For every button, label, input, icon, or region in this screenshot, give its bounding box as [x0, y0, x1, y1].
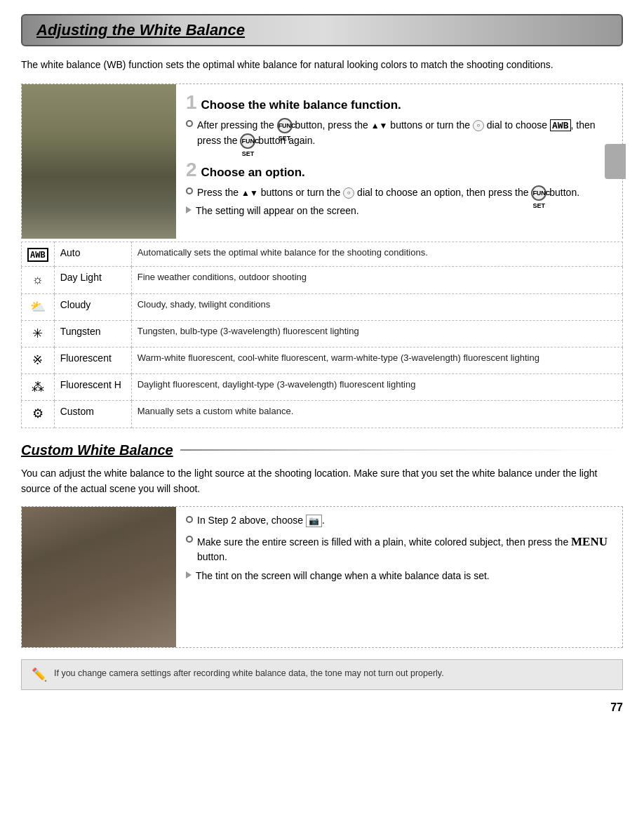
- wb-icon-cell: ⚙: [22, 401, 55, 428]
- func-btn-2: FUNCSET: [240, 133, 255, 149]
- step-2-bullet-2: The setting will appear on the screen.: [186, 204, 612, 218]
- steps-content: 1 Choose the white balance function. Aft…: [176, 84, 622, 239]
- wb-icon-cell: ✳: [22, 320, 55, 347]
- wb-desc-cell: Tungsten, bulb-type (3-wavelength) fluor…: [131, 320, 622, 347]
- step-2-bullet-1: Press the ▲▼ buttons or turn the ○ dial …: [186, 185, 612, 201]
- dial-icon-2: ○: [343, 187, 354, 199]
- wb-name-cell: Day Light: [54, 267, 131, 293]
- wb-name-cell: Fluorescent H: [54, 374, 131, 401]
- wb-name-cell: Tungsten: [54, 320, 131, 347]
- note-text: If you change camera settings after reco…: [54, 667, 444, 680]
- custom-camera-image: [22, 507, 176, 647]
- step-2-title: Choose an option.: [201, 166, 305, 180]
- wb-desc-cell: Warm-white fluorescent, cool-white fluor…: [131, 347, 622, 373]
- wb-table-row: ✳TungstenTungsten, bulb-type (3-waveleng…: [22, 320, 623, 347]
- bullet-circle-icon: [186, 120, 193, 127]
- wb-table-row: ☼Day LightFine weather conditions, outdo…: [22, 267, 623, 293]
- custom-bullet-2-icon: [186, 536, 193, 543]
- page-title: Adjusting the White Balance: [36, 21, 608, 39]
- dial-icon: ○: [473, 120, 484, 131]
- wb-table-row: ⁂Fluorescent HDaylight fluorescent, dayl…: [22, 374, 623, 401]
- pencil-icon: ✏️: [32, 667, 47, 682]
- bullet-arrow-icon: [186, 206, 192, 213]
- custom-wb-section: Custom White Balance You can adjust the …: [21, 442, 623, 649]
- awb-icon: AWB: [550, 119, 570, 131]
- intro-text: The white balance (WB) function sets the…: [21, 58, 623, 72]
- custom-steps-section: In Step 2 above, choose 📷. Make sure the…: [21, 506, 623, 648]
- wb-name-cell: Custom: [54, 401, 131, 428]
- custom-wb-intro: You can adjust the white balance to the …: [21, 465, 623, 497]
- wb-table-row: AWBAutoAutomatically sets the optimal wh…: [22, 242, 623, 267]
- step-1-number: 1: [186, 91, 197, 114]
- ud-arrows: ▲▼: [371, 121, 388, 131]
- note-box: ✏️ If you change camera settings after r…: [21, 659, 623, 690]
- step-2: 2 Choose an option. Press the ▲▼ buttons…: [186, 159, 612, 218]
- steps-section: 1 Choose the white balance function. Aft…: [21, 84, 623, 239]
- custom-step-3: The tint on the screen will change when …: [186, 569, 612, 583]
- wb-icon-cell: ☼: [22, 267, 55, 293]
- wb-icon-cell: ⛅: [22, 293, 55, 320]
- section-title-bar: Custom White Balance: [21, 442, 623, 458]
- title-decorative-line: [180, 449, 623, 451]
- custom-wb-title: Custom White Balance: [21, 442, 173, 458]
- func-btn-3: FUNCSET: [531, 185, 546, 201]
- custom-bullet-1-icon: [186, 516, 193, 523]
- custom-step-2: Make sure the entire screen is filled wi…: [186, 534, 612, 564]
- wb-desc-cell: Cloudy, shady, twilight conditions: [131, 293, 622, 320]
- custom-step-1: In Step 2 above, choose 📷.: [186, 514, 612, 528]
- wb-options-table: AWBAutoAutomatically sets the optimal wh…: [21, 241, 623, 428]
- wb-icon-cell: ※: [22, 347, 55, 373]
- wb-name-cell: Fluorescent: [54, 347, 131, 373]
- step-1-bullet-1: After pressing the FUNCSET button, press…: [186, 118, 612, 149]
- wb-table-row: ⚙CustomManually sets a custom white bala…: [22, 401, 623, 428]
- bullet-circle-icon-2: [186, 187, 193, 194]
- custom-icon: 📷: [306, 515, 322, 527]
- wb-desc-cell: Manually sets a custom white balance.: [131, 401, 622, 428]
- wb-name-cell: Cloudy: [54, 293, 131, 320]
- step-1-title: Choose the white balance function.: [201, 98, 401, 112]
- wb-desc-cell: Fine weather conditions, outdoor shootin…: [131, 267, 622, 293]
- page-number: 77: [21, 701, 623, 714]
- camera-screen-image: [22, 84, 176, 239]
- wb-icon-cell: ⁂: [22, 374, 55, 401]
- step-2-number: 2: [186, 159, 197, 181]
- wb-desc-cell: Daylight fluorescent, daylight-type (3-w…: [131, 374, 622, 401]
- wb-name-cell: Auto: [54, 242, 131, 267]
- custom-step-3-text: The tint on the screen will change when …: [196, 569, 490, 583]
- step-2-bullet-2-text: The setting will appear on the screen.: [196, 204, 359, 218]
- binding-strip: [605, 144, 626, 179]
- menu-text: MENU: [571, 535, 608, 548]
- wb-table-row: ⛅CloudyCloudy, shady, twilight condition…: [22, 293, 623, 320]
- step-1: 1 Choose the white balance function. Aft…: [186, 91, 612, 149]
- page-title-bar: Adjusting the White Balance: [21, 14, 623, 46]
- func-btn: FUNCSET: [277, 118, 293, 133]
- wb-desc-cell: Automatically sets the optimal white bal…: [131, 242, 622, 267]
- wb-table-row: ※FluorescentWarm-white fluorescent, cool…: [22, 347, 623, 373]
- wb-icon-cell: AWB: [22, 242, 55, 267]
- custom-bullet-3-icon: [186, 571, 192, 578]
- custom-steps-content: In Step 2 above, choose 📷. Make sure the…: [176, 507, 622, 647]
- ud-arrows-2: ▲▼: [241, 188, 258, 198]
